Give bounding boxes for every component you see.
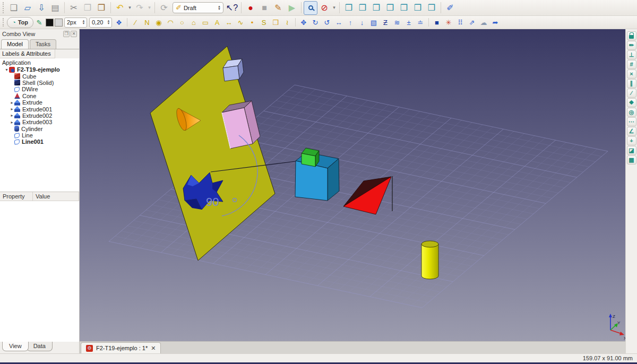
scale-spin[interactable]: 0,20▲▼ <box>89 18 112 28</box>
snap-lock-button[interactable] <box>627 31 636 40</box>
draft-bspline-button[interactable]: ∿ <box>235 17 246 28</box>
draft-rotate-button[interactable]: ↻ <box>309 17 321 28</box>
view-left-button[interactable]: ❒ <box>425 1 438 15</box>
tree-item-extrude002[interactable]: ▸Extrude002 <box>0 112 79 119</box>
cut-button[interactable]: ✂ <box>67 1 81 15</box>
draft-offset-button[interactable]: ↺ <box>321 17 333 28</box>
whats-this-button[interactable]: ↖? <box>225 1 239 15</box>
clip-dropdown[interactable]: ▾ <box>331 1 337 15</box>
view-isometric-button[interactable]: ❒ <box>342 1 356 15</box>
undo-button[interactable]: ↶ <box>113 1 127 15</box>
draft-shapestring-button[interactable]: S <box>258 17 270 28</box>
open-file-button[interactable]: ▱ <box>21 1 35 15</box>
snap-grid-button[interactable]: # <box>627 60 636 69</box>
tree-item-cone[interactable]: Cone <box>0 93 79 99</box>
tree-expander-icon[interactable]: ▾ <box>4 67 9 72</box>
view-top-button[interactable]: ❒ <box>369 1 383 15</box>
draft-trimex-button[interactable]: Ƶ <box>380 17 391 28</box>
draft-movetogroup-button[interactable]: ■ <box>431 17 443 28</box>
workbench-selector[interactable]: ✐Draft▲▼ <box>173 2 223 13</box>
draft-downgrade-button[interactable]: ↓ <box>356 17 368 28</box>
draft-stretch-button[interactable]: ↔ <box>333 17 345 28</box>
draft-split-button[interactable]: ± <box>403 17 415 28</box>
tab-tasks[interactable]: Tasks <box>30 39 56 49</box>
draft-wire-button[interactable]: N <box>141 17 153 28</box>
snap-perpendicular-button[interactable]: ⊥ <box>627 50 636 59</box>
document-tab-close-icon[interactable]: ✕ <box>151 345 156 352</box>
print-button[interactable]: ▤ <box>48 1 62 15</box>
draft-arc-button[interactable]: ◠ <box>165 17 176 28</box>
snap-midpoint-button[interactable]: + <box>627 136 636 145</box>
combo-spinner-icon[interactable]: ▲▼ <box>217 5 222 11</box>
tab-data[interactable]: Data <box>27 342 53 351</box>
working-plane-button[interactable]: ◔Top <box>7 17 33 28</box>
redo-button[interactable]: ↷ <box>133 1 147 15</box>
tree-item-extrude[interactable]: ▸Extrude <box>0 99 79 106</box>
paste-button[interactable]: ❒ <box>94 1 108 15</box>
tree-item-line001[interactable]: Line001 <box>0 138 79 145</box>
refresh-button[interactable]: ⟳ <box>157 1 171 15</box>
snap-parallel-button[interactable]: ∥ <box>627 79 636 88</box>
draft-polygon-button[interactable]: ⌂ <box>188 17 200 28</box>
draft-dimension-button[interactable]: ↔ <box>223 17 235 28</box>
draft-text-button[interactable]: A <box>211 17 223 28</box>
face-color-swatch[interactable] <box>55 19 63 27</box>
snap-extension-button[interactable]: ∕ <box>627 89 636 98</box>
snap-concentric-button[interactable]: ◎ <box>627 108 636 117</box>
new-document-button[interactable]: ❑ <box>7 1 21 15</box>
view-bottom-button[interactable]: ❒ <box>411 1 425 15</box>
panel-close-button[interactable]: ✕ <box>71 31 77 37</box>
macro-record-button[interactable]: ● <box>244 1 257 15</box>
autogroup-button[interactable]: ❖ <box>113 17 125 28</box>
view-front-button[interactable]: ❒ <box>356 1 369 15</box>
measure-distance-button[interactable]: ✐ <box>443 1 457 15</box>
value-column-header[interactable]: Value <box>33 192 79 201</box>
snap-angle-button[interactable]: ∠ <box>627 127 636 136</box>
yellow-cylinder-object[interactable] <box>421 241 438 279</box>
macro-play-button[interactable]: ▶ <box>285 1 299 15</box>
draft-patharray-button[interactable]: ⇗ <box>466 17 478 28</box>
macro-edit-button[interactable]: ✎ <box>271 1 285 15</box>
tree-item-line[interactable]: Line <box>0 132 79 138</box>
tree-item-cube[interactable]: Cube <box>0 73 79 79</box>
draft-line-button[interactable]: ∕ <box>130 17 141 28</box>
tree-item-dwire[interactable]: DWire <box>0 86 79 92</box>
line-color-swatch[interactable] <box>46 19 54 27</box>
toolbar-drag-handle[interactable] <box>3 18 5 27</box>
draft-ellipse-button[interactable]: ○ <box>176 17 188 28</box>
draft-clone-button[interactable]: ☁ <box>478 17 489 28</box>
copy-button[interactable]: ❐ <box>81 1 94 15</box>
panel-float-button[interactable]: ❐ <box>63 31 70 37</box>
tree-expander-icon[interactable]: ▸ <box>10 120 14 125</box>
draft-join-button[interactable]: ≐ <box>415 17 426 28</box>
tree-item-cylinder[interactable]: Cylinder <box>0 126 79 132</box>
snap-intersection-button[interactable]: × <box>627 70 636 79</box>
draft-array-button[interactable]: ⠿ <box>454 17 466 28</box>
tree-expander-icon[interactable]: ▸ <box>10 107 14 111</box>
draft-tosketch-button[interactable]: ➦ <box>489 17 501 28</box>
draft-edit-button[interactable]: ▧ <box>368 17 380 28</box>
draft-move-button[interactable]: ✥ <box>298 17 309 28</box>
tree-item-extrude003[interactable]: ▸Extrude003 <box>0 119 79 125</box>
green-cube-object[interactable] <box>302 148 319 167</box>
tab-model[interactable]: Model <box>1 39 29 49</box>
draft-bezier-button[interactable]: ≀ <box>281 17 293 28</box>
tree-item-extrude001[interactable]: ▸Extrude001 <box>0 106 79 112</box>
tree-root-application[interactable]: Application <box>0 59 79 66</box>
draft-upgrade-button[interactable]: ↑ <box>345 17 356 28</box>
scale-spin-value[interactable]: 0,20 <box>92 19 106 25</box>
draft-scale-button[interactable]: ✳ <box>443 17 454 28</box>
draft-rectangle-button[interactable]: ▭ <box>200 17 211 28</box>
snap-center-button[interactable]: ❖ <box>627 98 636 107</box>
redo-dropdown[interactable]: ▾ <box>147 1 152 15</box>
draft-circle-button[interactable]: ◉ <box>153 17 165 28</box>
spin-arrows-icon[interactable]: ▲▼ <box>106 20 111 25</box>
line-width-spin-value[interactable]: 2px <box>67 19 81 25</box>
tree-expander-icon[interactable]: ▸ <box>10 100 14 105</box>
tree-item-shell[interactable]: Shell (Solid) <box>0 80 79 86</box>
tree-item-document[interactable]: ▾F2-T19-ejemplo <box>0 66 79 73</box>
draft-point-button[interactable]: • <box>246 17 258 28</box>
toolbar-drag-handle[interactable] <box>3 2 5 13</box>
spin-arrows-icon[interactable]: ▲▼ <box>81 20 87 25</box>
macro-stop-button[interactable]: ■ <box>257 1 271 15</box>
